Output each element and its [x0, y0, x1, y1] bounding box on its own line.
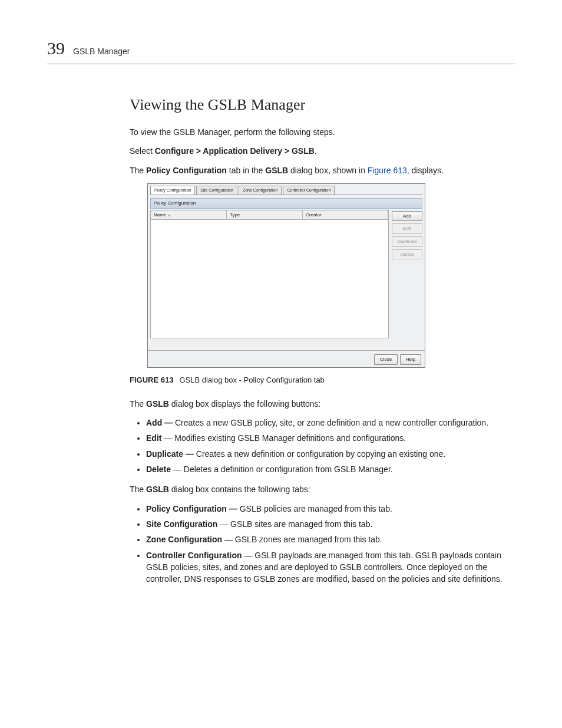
text-bold: Policy Configuration: [146, 166, 227, 175]
text: The: [130, 399, 146, 409]
tab-site-configuration[interactable]: Site Configuration: [196, 186, 237, 195]
text: tab in the: [227, 166, 265, 175]
text-bold: GSLB: [265, 166, 288, 175]
sort-asc-icon: ▲: [167, 213, 171, 217]
item-desc: — Deletes a definition or configuration …: [171, 465, 393, 474]
list-item: Policy Configuration — GSLB policies are…: [146, 503, 515, 515]
item-name: Controller Configuration: [146, 551, 242, 560]
chapter-number: 39: [47, 35, 65, 61]
item-name: Add —: [146, 418, 175, 427]
list-item: Add — Creates a new GSLB policy, site, o…: [146, 417, 515, 429]
item-desc: — Modifies existing GSLB Manager definit…: [161, 433, 406, 443]
item-desc: GSLB policies are managed from this tab.: [240, 504, 392, 513]
text: dialog box, shown in: [288, 166, 368, 175]
item-name: Delete: [146, 465, 171, 474]
side-buttons: Add Edit Duplicate Delete: [392, 210, 422, 339]
tabs-intro: The GSLB dialog box contains the followi…: [130, 483, 515, 495]
list-item: Edit — Modifies existing GSLB Manager de…: [146, 432, 515, 444]
duplicate-button[interactable]: Duplicate: [392, 236, 422, 247]
close-button[interactable]: Close: [374, 354, 398, 365]
column-name[interactable]: Name▲: [151, 210, 227, 220]
figure-caption-text: GSLB dialog box - Policy Configuration t…: [179, 375, 324, 384]
list-item: Zone Configuration — GSLB zones are mana…: [146, 533, 515, 545]
text: .: [315, 146, 317, 156]
item-desc: — GSLB zones are managed from this tab.: [222, 535, 382, 544]
text-bold: GSLB: [146, 399, 169, 409]
table-wrap: Name▲ Type Creator: [150, 210, 389, 339]
item-name: Policy Configuration —: [146, 504, 240, 513]
figure-label: FIGURE 613: [130, 375, 173, 384]
text: The: [130, 485, 146, 494]
buttons-list: Add — Creates a new GSLB policy, site, o…: [130, 417, 515, 475]
text: The: [130, 166, 146, 175]
column-type[interactable]: Type: [227, 210, 303, 220]
table-area: Name▲ Type Creator Add Edit Duplicate De…: [150, 210, 422, 339]
figure-caption: FIGURE 613GSLB dialog box - Policy Confi…: [130, 375, 515, 386]
list-item: Site Configuration — GSLB sites are mana…: [146, 518, 515, 530]
dialog-tabs: Policy Configuration Site Configuration …: [150, 186, 422, 195]
edit-button[interactable]: Edit: [392, 223, 422, 234]
text: , displays.: [407, 166, 444, 175]
buttons-intro: The GSLB dialog box displays the followi…: [130, 398, 515, 410]
dialog-section-label: Policy Configuration: [150, 198, 422, 209]
column-creator[interactable]: Creator: [303, 210, 388, 220]
menu-path: Configure > Application Delivery > GSLB: [155, 146, 315, 156]
intro-paragraph-1: To view the GSLB Manager, perform the fo…: [130, 126, 515, 138]
text: dialog box contains the following tabs:: [169, 485, 310, 494]
content-area: Viewing the GSLB Manager To view the GSL…: [130, 94, 515, 585]
item-name: Zone Configuration: [146, 535, 222, 544]
page-header: 39 GSLB Manager: [47, 35, 515, 64]
item-desc: — GSLB sites are managed from this tab.: [217, 519, 372, 529]
dialog-footer: Close Help: [148, 350, 425, 367]
tab-controller-configuration[interactable]: Controller Configuration: [283, 186, 335, 195]
item-desc: Creates a new GSLB policy, site, or zone…: [175, 418, 488, 427]
item-name: Edit: [146, 433, 161, 443]
text: dialog box displays the following button…: [169, 399, 321, 409]
item-name: Duplicate —: [146, 449, 196, 459]
tab-zone-configuration[interactable]: Zone Configuration: [239, 186, 282, 195]
item-name: Site Configuration: [146, 519, 217, 529]
figure-link[interactable]: Figure 613: [368, 166, 407, 175]
tabs-list: Policy Configuration — GSLB policies are…: [130, 503, 515, 585]
help-button[interactable]: Help: [400, 354, 421, 365]
list-item: Duplicate — Creates a new definition or …: [146, 448, 515, 460]
table-body: [150, 220, 389, 338]
delete-button[interactable]: Delete: [392, 249, 422, 260]
gslb-dialog: Policy Configuration Site Configuration …: [147, 183, 425, 368]
text: Select: [130, 146, 155, 156]
section-title: Viewing the GSLB Manager: [130, 94, 515, 116]
dialog-body: Policy Configuration Site Configuration …: [148, 184, 425, 342]
item-desc: Creates a new definition or configuratio…: [196, 449, 445, 459]
list-item: Controller Configuration — GSLB payloads…: [146, 549, 515, 585]
text-bold: GSLB: [146, 485, 169, 494]
table-header: Name▲ Type Creator: [150, 210, 389, 220]
column-name-label: Name: [154, 212, 166, 218]
chapter-label: GSLB Manager: [73, 45, 130, 57]
list-item: Delete — Deletes a definition or configu…: [146, 463, 515, 475]
intro-paragraph-3: The Policy Configuration tab in the GSLB…: [130, 164, 515, 176]
intro-paragraph-2: Select Configure > Application Delivery …: [130, 145, 515, 157]
add-button[interactable]: Add: [392, 211, 422, 222]
tab-policy-configuration[interactable]: Policy Configuration: [150, 186, 195, 195]
